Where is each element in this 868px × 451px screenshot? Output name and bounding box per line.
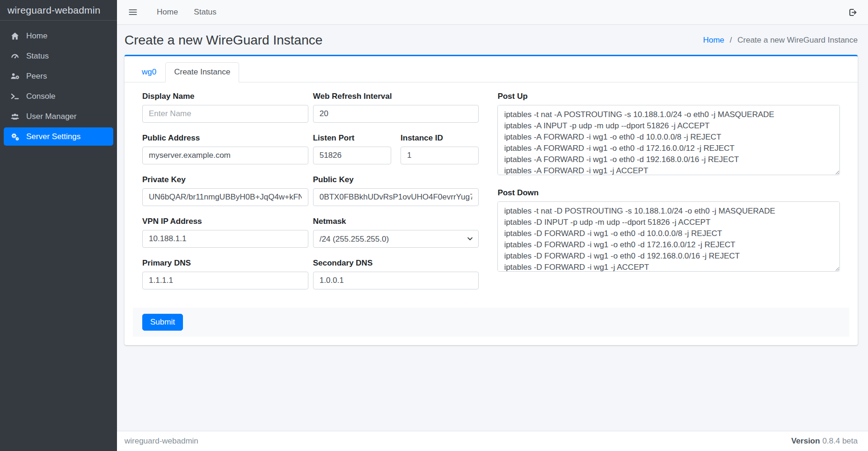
vpn-ip-label: VPN IP Address	[142, 217, 308, 226]
public-key-input[interactable]	[313, 188, 479, 206]
primary-dns-input[interactable]	[142, 272, 308, 289]
tab-wg0[interactable]: wg0	[133, 62, 165, 82]
sidebar-item-server-settings[interactable]: Server Settings	[4, 127, 113, 146]
card-tabs: wg0 Create Instance	[124, 56, 858, 82]
terminal-icon	[9, 92, 21, 101]
nav-link-home[interactable]: Home	[149, 7, 186, 17]
post-down-textarea[interactable]: iptables -t nat -D POSTROUTING -s 10.188…	[497, 201, 840, 272]
sidebar-item-label: Console	[26, 92, 55, 101]
web-refresh-interval-input[interactable]	[313, 105, 479, 123]
listen-port-label: Listen Port	[313, 133, 391, 143]
sidebar-toggle-button[interactable]	[128, 7, 138, 17]
instance-form: Display Name Web Refresh Interval Public…	[133, 92, 849, 300]
vpn-ip-input[interactable]	[142, 230, 308, 248]
tab-create-instance[interactable]: Create Instance	[165, 62, 239, 82]
nav-link-status[interactable]: Status	[186, 7, 224, 17]
display-name-label: Display Name	[142, 92, 308, 101]
post-up-textarea[interactable]: iptables -t nat -A POSTROUTING -s 10.188…	[497, 105, 840, 175]
sidebar-item-label: Server Settings	[26, 132, 80, 141]
netmask-select[interactable]: /24 (255.255.255.0)	[313, 230, 479, 248]
breadcrumb: Home / Create a new WireGuard Instance	[703, 36, 858, 45]
public-key-label: Public Key	[313, 175, 479, 185]
gears-icon	[9, 132, 21, 141]
instance-id-input[interactable]	[401, 147, 479, 164]
sidebar-nav: Home Status	[0, 21, 117, 154]
post-up-label: Post Up	[497, 92, 840, 101]
sidebar-item-user-manager[interactable]: User Manager	[4, 107, 113, 126]
secondary-dns-label: Secondary DNS	[313, 259, 479, 268]
page-title: Create a new WireGuard Instance	[124, 33, 322, 48]
sidebar-item-label: Status	[26, 52, 49, 61]
content-header: Create a new WireGuard Instance Home / C…	[117, 25, 868, 55]
top-navbar: Home Status	[117, 0, 868, 25]
sidebar-item-peers[interactable]: Peers	[4, 67, 113, 85]
web-refresh-interval-label: Web Refresh Interval	[313, 92, 479, 101]
form-left-column: Display Name Web Refresh Interval Public…	[133, 92, 488, 300]
tachometer-icon	[9, 52, 21, 61]
secondary-dns-input[interactable]	[313, 272, 479, 289]
form-footer: Submit	[133, 308, 849, 337]
form-right-column: Post Up iptables -t nat -A POSTROUTING -…	[488, 92, 849, 300]
display-name-input[interactable]	[142, 105, 308, 123]
brand-link[interactable]: wireguard-webadmin	[0, 0, 117, 21]
private-key-input[interactable]	[142, 188, 308, 206]
breadcrumb-home-link[interactable]: Home	[703, 36, 724, 44]
content-area: Create a new WireGuard Instance Home / C…	[117, 25, 868, 431]
primary-dns-label: Primary DNS	[142, 259, 308, 268]
footer-version-label: Version	[791, 436, 820, 445]
footer-version: Version0.8.4 beta	[791, 436, 858, 446]
footer-app-name: wireguard-webadmin	[124, 436, 198, 446]
brand-title: wireguard-webadmin	[7, 5, 101, 16]
sidebar-item-home[interactable]: Home	[4, 27, 113, 45]
sidebar: wireguard-webadmin Home Status	[0, 0, 117, 451]
users-gear-icon	[9, 72, 21, 81]
public-address-label: Public Address	[142, 133, 308, 143]
sidebar-item-label: Peers	[26, 72, 47, 81]
main-column: Home Status Create a new WireGuard Insta…	[117, 0, 868, 451]
logout-button[interactable]	[848, 7, 858, 17]
submit-button[interactable]: Submit	[142, 314, 183, 331]
instance-id-label: Instance ID	[401, 133, 479, 143]
netmask-label: Netmask	[313, 217, 479, 226]
users-icon	[9, 112, 21, 121]
sidebar-item-console[interactable]: Console	[4, 87, 113, 105]
bars-icon	[128, 7, 138, 17]
home-icon	[9, 31, 21, 41]
public-address-input[interactable]	[142, 147, 308, 164]
card-body: Display Name Web Refresh Interval Public…	[124, 82, 858, 345]
footer-version-value: 0.8.4 beta	[822, 436, 858, 445]
sidebar-item-label: Home	[26, 31, 47, 41]
app-root: wireguard-webadmin Home Status	[0, 0, 868, 451]
sidebar-item-label: User Manager	[26, 112, 77, 121]
post-down-label: Post Down	[497, 188, 840, 198]
breadcrumb-separator: /	[730, 36, 732, 44]
sign-out-icon	[848, 7, 858, 17]
sidebar-item-status[interactable]: Status	[4, 47, 113, 65]
create-instance-card: wg0 Create Instance Display Name	[124, 55, 858, 345]
listen-port-input[interactable]	[313, 147, 391, 164]
breadcrumb-current: Create a new WireGuard Instance	[737, 36, 858, 44]
private-key-label: Private Key	[142, 175, 308, 185]
page-footer: wireguard-webadmin Version0.8.4 beta	[117, 431, 868, 451]
